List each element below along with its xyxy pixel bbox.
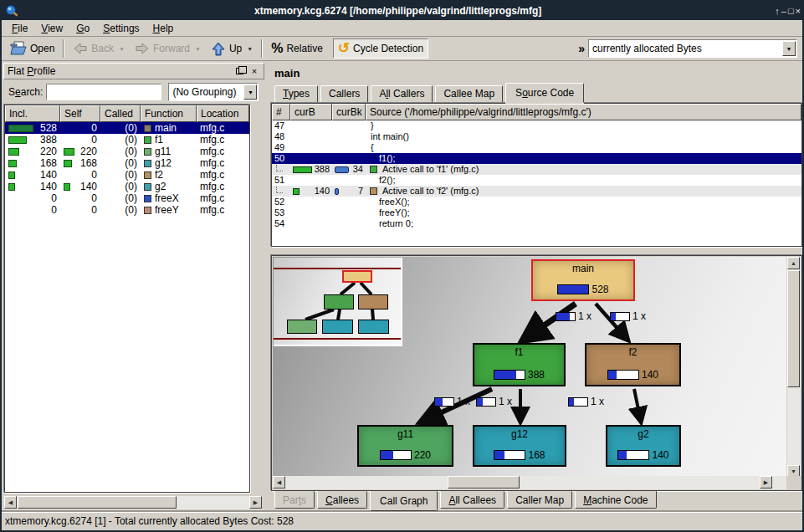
up-arrow-icon — [211, 42, 226, 56]
tab-all-callees[interactable]: All Callees — [440, 491, 504, 509]
event-type-combobox[interactable]: currently allocated Bytes ▼ — [588, 39, 797, 58]
flat-profile-row-g11[interactable]: 220220(0)g11mfg.c — [5, 146, 249, 157]
flat-profile-row-main[interactable]: 5280(0)mainmfg.c — [5, 122, 249, 134]
flat-profile-hscrollbar[interactable]: ◀ ▶ — [4, 496, 262, 509]
dock-splitter[interactable] — [264, 61, 271, 512]
column-header-location[interactable]: Location — [197, 105, 249, 122]
graph-node-g11[interactable]: g11220 — [357, 425, 453, 467]
tab-callers[interactable]: Callers — [320, 85, 368, 103]
tab-callees[interactable]: Callees — [317, 491, 367, 509]
back-dropdown-icon[interactable]: ▼ — [119, 46, 125, 52]
open-button[interactable]: Open — [5, 38, 59, 59]
source-row-50[interactable]: 50f1(); — [272, 153, 801, 164]
scroll-right-icon[interactable]: ▶ — [249, 496, 262, 509]
scroll-thumb[interactable] — [448, 476, 520, 489]
graph-overview-minimap[interactable] — [274, 258, 402, 346]
combo-dropdown-icon[interactable]: ▼ — [243, 84, 257, 100]
call-graph-canvas[interactable]: main528f1388f2140g11220g12168g21401 x1 x… — [273, 257, 786, 476]
title-bar[interactable]: xtmemory.kcg.6274 [/home/philippe/valgri… — [2, 2, 802, 20]
self-cost-bar — [64, 160, 72, 167]
forward-dropdown-icon[interactable]: ▼ — [195, 46, 201, 52]
node-label: g11 — [397, 428, 413, 440]
node-label: g12 — [511, 428, 528, 440]
up-dropdown-icon[interactable]: ▼ — [247, 46, 253, 52]
tab-source-code[interactable]: Source Code — [505, 83, 584, 103]
flat-profile-row-f1[interactable]: 3880(0)f1mfg.c — [5, 134, 249, 146]
graph-node-f2[interactable]: f2140 — [585, 343, 681, 386]
graph-node-g2[interactable]: g2140 — [606, 425, 681, 467]
flat-profile-row-f2[interactable]: 1400(0)f2mfg.c — [5, 169, 249, 181]
toolbar-overflow-chevron[interactable]: » — [578, 42, 585, 55]
scroll-thumb[interactable] — [787, 270, 800, 387]
minimize-button[interactable]: – — [781, 6, 786, 16]
scroll-left-icon[interactable]: ◀ — [4, 496, 17, 509]
incl-value: 168 — [40, 157, 57, 169]
source-row-52[interactable]: 52freeX(); — [272, 197, 801, 207]
curbk-value: 34 — [353, 164, 363, 175]
scroll-up-icon[interactable]: ▲ — [787, 257, 800, 269]
relative-toggle-button[interactable]: % Relative — [266, 38, 328, 59]
column-header-function[interactable]: Function — [141, 105, 197, 122]
tab-call-graph[interactable]: Call Graph — [370, 491, 438, 511]
source-row-51[interactable]: 51f2(); — [272, 175, 801, 186]
tab-parts[interactable]: Parts — [274, 491, 315, 509]
source-row-53[interactable]: 53freeY(); — [272, 207, 801, 218]
menu-item-go[interactable]: Go — [69, 21, 96, 36]
source-row-54[interactable]: 54return 0; — [272, 218, 801, 229]
tab-types[interactable]: Types — [274, 85, 318, 103]
source-row-47[interactable]: 47} — [272, 120, 801, 131]
graph-node-f1[interactable]: f1388 — [473, 343, 566, 386]
status-bar: xtmemory.kcg.6274 [1] - Total currently … — [2, 512, 802, 530]
cycle-detection-toggle-button[interactable]: ↺ Cycle Detection — [333, 38, 428, 59]
source-column-header-source-home-philippe[interactable]: Source ('/home/philippe/valgrind/littlep… — [366, 104, 801, 120]
menu-item-file[interactable]: File — [5, 21, 34, 36]
tab-caller-map[interactable]: Caller Map — [507, 491, 572, 509]
source-column-header--[interactable]: # — [272, 104, 290, 120]
source-call-row[interactable]: 38834Active call to 'f1' (mfg.c) — [272, 164, 801, 175]
incl-value: 220 — [40, 146, 57, 157]
up-button[interactable]: Up ▼ — [206, 38, 258, 59]
dock-float-icon[interactable] — [236, 68, 243, 74]
flat-profile-row-freeX[interactable]: 00(0)freeXmfg.c — [5, 192, 249, 204]
flat-profile-row-g2[interactable]: 140140(0)g2mfg.c — [5, 181, 249, 192]
graph-node-g12[interactable]: g12168 — [473, 425, 566, 467]
column-header-self[interactable]: Self — [60, 105, 100, 122]
graph-vscrollbar[interactable]: ▲ ▼ — [787, 257, 801, 478]
graph-node-main[interactable]: main528 — [531, 259, 635, 301]
flat-profile-row-g12[interactable]: 168168(0)g12mfg.c — [5, 157, 249, 169]
column-header-incl-[interactable]: Incl. — [5, 105, 60, 122]
curb-cell — [290, 120, 332, 131]
scroll-right-icon[interactable]: ▶ — [760, 476, 772, 489]
scroll-thumb[interactable] — [18, 496, 177, 509]
tab-machine-code[interactable]: Machine Code — [575, 491, 656, 509]
edge-cost-bar-fill — [569, 398, 574, 406]
source-column-header-curb[interactable]: curB — [290, 104, 332, 120]
scroll-left-icon[interactable]: ◀ — [273, 476, 285, 489]
source-column-header-curbk[interactable]: curBk — [332, 104, 366, 120]
toolbar: Open Back ▼ Forward ▼ Up ▼ % — [2, 37, 802, 61]
source-row-49[interactable]: 49{ — [272, 142, 801, 153]
curbk-cell — [332, 131, 366, 142]
graph-hscrollbar[interactable]: ◀ ▶ — [273, 476, 786, 489]
tab-callee-map[interactable]: Callee Map — [435, 85, 503, 103]
search-row: Search: (No Grouping) ▼ — [3, 81, 264, 103]
tab-all-callers[interactable]: All Callers — [371, 85, 433, 103]
source-call-row[interactable]: 1407Active call to 'f2' (mfg.c) — [272, 186, 801, 197]
menu-item-help[interactable]: Help — [146, 21, 181, 36]
back-button[interactable]: Back ▼ — [68, 38, 130, 59]
menu-item-view[interactable]: View — [34, 21, 69, 36]
dock-close-icon[interactable]: × — [248, 65, 260, 77]
keep-above-button[interactable]: ↑ — [775, 6, 780, 16]
column-header-called[interactable]: Called — [100, 105, 141, 122]
maximize-button[interactable]: □ — [788, 6, 794, 16]
search-input[interactable] — [46, 84, 161, 100]
source-row-48[interactable]: 48int main() — [272, 131, 801, 142]
close-button[interactable]: × — [796, 6, 801, 16]
flat-profile-dock-titlebar[interactable]: Flat Profile × — [3, 63, 264, 79]
combo-dropdown-icon[interactable]: ▼ — [782, 41, 796, 56]
forward-button[interactable]: Forward ▼ — [130, 38, 206, 59]
menu-item-settings[interactable]: Settings — [96, 21, 146, 36]
grouping-combobox[interactable]: (No Grouping) ▼ — [168, 83, 259, 101]
location-value: mfg.c — [197, 122, 249, 134]
flat-profile-row-freeY[interactable]: 00(0)freeYmfg.c — [5, 204, 249, 216]
